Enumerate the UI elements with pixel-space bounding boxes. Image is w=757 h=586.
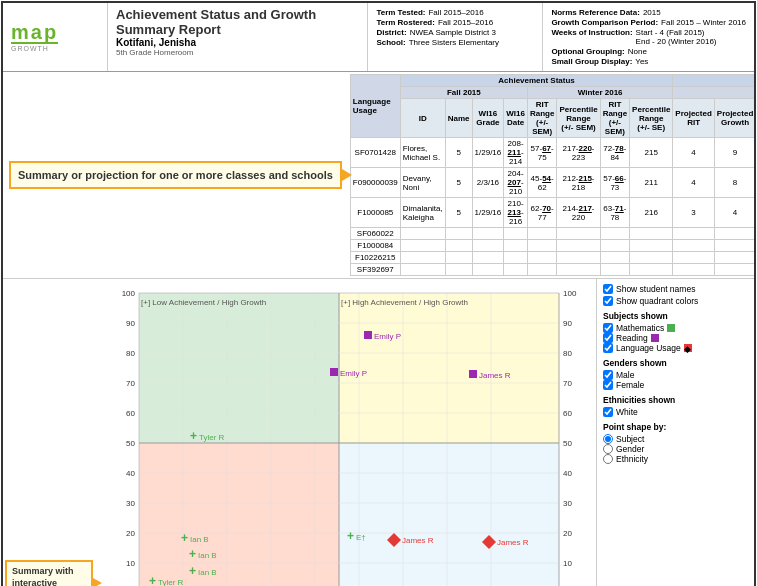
svg-text:+: + — [181, 531, 188, 545]
growth-period-value: Fall 2015 – Winter 2016 — [661, 18, 746, 27]
controls-panel: Show student names Show quadrant colors … — [596, 279, 754, 586]
school-row: School: Three Sisters Elementary — [376, 38, 534, 47]
norms-label: Norms Reference Data: — [551, 8, 639, 17]
female-label: Female — [616, 380, 644, 390]
language-row[interactable]: Language Usage ◆ — [603, 343, 748, 353]
gender-radio-label: Gender — [616, 444, 644, 454]
weeks-row: Weeks of Instruction: Start - 4 (Fall 20… — [551, 28, 746, 46]
chart-wrapper: [+] Low Achievement / High Growth [+] Hi… — [99, 279, 596, 586]
language-label: Language Usage — [616, 343, 681, 353]
ethnicity-radio[interactable] — [603, 454, 613, 464]
table-row: SF060022 — [350, 228, 754, 240]
norms-row: Norms Reference Data: 2015 — [551, 8, 746, 17]
reading-label: Reading — [616, 333, 648, 343]
male-row[interactable]: Male — [603, 370, 748, 380]
svg-rect-2 — [139, 443, 339, 586]
svg-text:80: 80 — [563, 349, 572, 358]
table-row: SF392697 — [350, 264, 754, 276]
logo-map-text: map — [11, 22, 58, 42]
svg-text:90: 90 — [126, 319, 135, 328]
col-name: Name — [445, 99, 472, 138]
chart-callout: Summary with interactive quadrant chart — [5, 560, 93, 586]
quadrant-chart[interactable]: [+] Low Achievement / High Growth [+] Hi… — [99, 283, 589, 586]
svg-text:50: 50 — [563, 439, 572, 448]
white-row[interactable]: White — [603, 407, 748, 417]
term-rostered-label: Term Rostered: — [376, 18, 435, 27]
svg-text:+: + — [190, 429, 197, 443]
show-colors-checkbox[interactable] — [603, 296, 613, 306]
summary-callout: Summary or projection for one or more cl… — [9, 161, 342, 189]
language-checkbox[interactable] — [603, 343, 613, 353]
math-row[interactable]: Mathematics — [603, 323, 748, 333]
svg-text:60: 60 — [563, 409, 572, 418]
svg-text:100: 100 — [122, 289, 136, 298]
svg-text:+: + — [189, 564, 196, 578]
growth-header: Growth — [673, 75, 754, 87]
svg-text:[+] High Achievement / High Gr: [+] High Achievement / High Growth — [341, 298, 468, 307]
svg-text:Emily P: Emily P — [340, 369, 367, 378]
reading-row[interactable]: Reading — [603, 333, 748, 343]
weeks-end: End - 20 (Winter 2016) — [636, 37, 717, 46]
white-checkbox[interactable] — [603, 407, 613, 417]
show-names-row[interactable]: Show student names — [603, 284, 748, 294]
report-title: Achievement Status and Growth Summary Re… — [116, 7, 359, 37]
reading-checkbox[interactable] — [603, 333, 613, 343]
ethnicity-radio-label: Ethnicity — [616, 454, 648, 464]
svg-rect-1 — [339, 293, 559, 443]
svg-text:100: 100 — [563, 289, 577, 298]
col-proj-rit: ProjectedRIT — [673, 99, 714, 138]
district-label: District: — [376, 28, 406, 37]
svg-text:70: 70 — [126, 379, 135, 388]
point-emily-p-lower — [330, 368, 338, 376]
weeks-start: Start - 4 (Fall 2015) — [636, 28, 717, 37]
student-header: Student — [673, 87, 754, 99]
subject-radio-label: Subject — [616, 434, 644, 444]
school-label: School: — [376, 38, 405, 47]
svg-text:James R: James R — [402, 536, 434, 545]
callout-table-area: Summary or projection for one or more cl… — [3, 72, 754, 279]
svg-text:80: 80 — [126, 349, 135, 358]
male-label: Male — [616, 370, 634, 380]
female-row[interactable]: Female — [603, 380, 748, 390]
gender-radio-row[interactable]: Gender — [603, 444, 748, 454]
male-checkbox[interactable] — [603, 370, 613, 380]
norms-value: 2015 — [643, 8, 661, 17]
chart-section: Summary with interactive quadrant chart — [3, 279, 596, 586]
show-names-checkbox[interactable] — [603, 284, 613, 294]
ethnicities-group: Ethnicities shown White — [603, 395, 748, 417]
weeks-label: Weeks of Instruction: — [551, 28, 632, 37]
homeroom: 5th Grade Homeroom — [116, 48, 359, 57]
subjects-group: Subjects shown Mathematics Reading Langu… — [603, 311, 748, 353]
svg-text:+: + — [149, 574, 156, 586]
point-shape-label: Point shape by: — [603, 422, 748, 432]
term-rostered-row: Term Rostered: Fall 2015–2016 — [376, 18, 534, 27]
table-row: F10226215 — [350, 252, 754, 264]
col-wi16date: WI16Date — [504, 99, 528, 138]
svg-text:20: 20 — [563, 529, 572, 538]
report-container: map GROWTH Achievement Status and Growth… — [1, 1, 756, 586]
achievement-table: Language Usage Achievement Status Growth… — [350, 74, 754, 276]
term-tested-row: Term Tested: Fall 2015–2016 — [376, 8, 534, 17]
subject-radio[interactable] — [603, 434, 613, 444]
fall2015-header: Fall 2015 — [400, 87, 527, 99]
svg-text:Tyler R: Tyler R — [199, 433, 225, 442]
show-colors-row[interactable]: Show quadrant colors — [603, 296, 748, 306]
col-wi16grade: WI16Grade — [472, 99, 504, 138]
math-checkbox[interactable] — [603, 323, 613, 333]
female-checkbox[interactable] — [603, 380, 613, 390]
ethnicity-radio-row[interactable]: Ethnicity — [603, 454, 748, 464]
meta-left: Term Tested: Fall 2015–2016 Term Rostere… — [368, 3, 543, 71]
weeks-values: Start - 4 (Fall 2015) End - 20 (Winter 2… — [636, 28, 717, 46]
svg-text:90: 90 — [563, 319, 572, 328]
gender-radio[interactable] — [603, 444, 613, 454]
subject-radio-row[interactable]: Subject — [603, 434, 748, 444]
svg-text:+: + — [347, 529, 354, 543]
math-label: Mathematics — [616, 323, 664, 333]
meta-right: Norms Reference Data: 2015 Growth Compar… — [543, 3, 754, 71]
table-row: F1000085Dimalanita, Kaleigha51/29/16210-… — [350, 198, 754, 228]
callout-arrow — [342, 169, 352, 181]
svg-text:50: 50 — [126, 439, 135, 448]
point-shape-group: Point shape by: Subject Gender Ethnicity — [603, 422, 748, 464]
math-color — [667, 324, 675, 332]
growth-period-row: Growth Comparison Period: Fall 2015 – Wi… — [551, 18, 746, 27]
